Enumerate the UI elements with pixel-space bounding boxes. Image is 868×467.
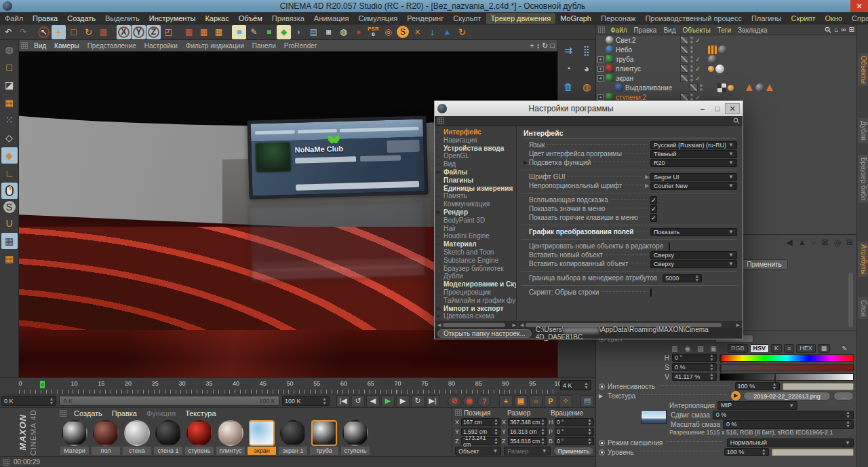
texture-mode-icon[interactable]: ◪ (1, 77, 18, 93)
settings-category[interactable]: –Единицы измерения (437, 185, 516, 193)
coord-mode-dropdown[interactable]: Объект▼ (455, 447, 501, 455)
form-dropdown[interactable]: Courier New▼ (650, 182, 737, 190)
menu-item[interactable]: Теги (714, 26, 734, 35)
camera-icon[interactable]: ◙ (321, 25, 336, 39)
panel-tab-Атрибуты[interactable]: Атрибуты (858, 242, 868, 277)
mode-▦[interactable]: ▦ (818, 344, 831, 353)
timeline-ruler[interactable]: 0510152025303540455055606570758085909510… (0, 377, 595, 394)
form-dropdown[interactable]: Показать▼ (650, 228, 737, 236)
close-button[interactable]: ✕ (850, 0, 868, 12)
object-name[interactable]: ступени.2 (616, 94, 678, 101)
material-item[interactable]: стена 1 (153, 420, 183, 455)
recycle-icon[interactable]: ↻ (455, 25, 469, 39)
range-start-input[interactable]: 0 K▲▼ (1, 396, 56, 406)
level-enable-toggle[interactable] (599, 449, 605, 455)
om-search-icon[interactable] (825, 26, 831, 33)
menu-item[interactable]: Файл (0, 13, 28, 24)
menu-item[interactable]: Закладка (734, 26, 770, 35)
expand-toggle[interactable]: + (597, 56, 604, 62)
autokey-button[interactable]: ◉ (462, 395, 476, 407)
drag-handle[interactable] (60, 410, 66, 417)
sphere-tag-icon[interactable] (718, 45, 727, 54)
image-icon[interactable]: ▣ (708, 344, 719, 353)
attr-addtab-icon[interactable]: ⊞ (846, 238, 853, 247)
intensity-input[interactable]: 100 %▲▼ (735, 382, 780, 390)
tri-tag-icon[interactable] (766, 83, 774, 92)
sphere-tag-icon[interactable] (708, 55, 717, 64)
record-button[interactable]: ⊘ (448, 395, 461, 407)
saturation-input[interactable]: 0 %▲▼ (672, 363, 717, 371)
weight-sphere-icon[interactable]: ◍ (578, 78, 595, 96)
menu-item[interactable]: Инструменты (144, 13, 201, 24)
record-rotation-toggle[interactable]: ○ (529, 395, 542, 407)
visibility-dots[interactable] (690, 94, 693, 100)
z-axis-lock-icon[interactable]: Z (146, 25, 161, 39)
workplane-mode-icon[interactable]: ▦ (1, 250, 18, 267)
render-picture-icon[interactable]: ▦ (197, 25, 211, 39)
visibility-dots[interactable] (690, 56, 693, 62)
visibility-dots[interactable] (690, 37, 693, 43)
object-row[interactable]: Небо (596, 45, 856, 54)
object-name[interactable]: Небо (616, 46, 678, 54)
blend-enable-toggle[interactable] (599, 440, 605, 446)
menu-item[interactable]: Правка (28, 13, 62, 24)
form-dropdown[interactable]: Сверху▼ (650, 251, 737, 259)
form-checkbox[interactable]: ✓ (650, 205, 657, 213)
drag-handle[interactable] (598, 26, 605, 33)
expand-toggle[interactable]: + (597, 94, 604, 100)
form-dropdown[interactable]: Сверху▼ (650, 260, 737, 268)
object-enable-toggle[interactable] (680, 64, 688, 73)
form-dropdown[interactable]: R20▼ (650, 159, 737, 167)
drag-handle[interactable] (455, 409, 462, 416)
dot-tag-icon[interactable] (708, 66, 714, 72)
drop-icon[interactable]: ↓ (425, 25, 439, 39)
object-name[interactable]: труба (616, 56, 678, 63)
points-convert-icon[interactable]: ⇉ (559, 41, 577, 59)
menu-item[interactable]: Текстура (180, 408, 220, 419)
sphere-tag-icon[interactable] (755, 83, 764, 92)
texture-file-button[interactable]: 2019-02-22_222613.png (743, 392, 831, 400)
menu-item[interactable]: Представление (83, 41, 140, 50)
hue-input[interactable]: 0 °▲▼ (672, 354, 717, 362)
coord-value-input[interactable]: 367.348 cm▲▼ (508, 418, 547, 426)
attr-scrollbar[interactable] (848, 273, 853, 327)
subdivision-icon[interactable]: ■ (262, 25, 276, 39)
material-item[interactable]: труба (309, 420, 339, 455)
texture-play-button[interactable]: ▶ (731, 391, 741, 400)
menu-item[interactable]: Анимация (309, 13, 354, 24)
settings-category[interactable]: –Hair (437, 225, 516, 233)
points-matrix-icon[interactable]: ⣿ (578, 41, 595, 59)
settings-category[interactable]: –Навигация (437, 136, 516, 145)
material-item[interactable]: ступень (340, 420, 370, 455)
attr-apply-button[interactable]: Применить (741, 259, 788, 269)
settings-category[interactable]: –Устройства ввода (437, 145, 516, 153)
prev-frame-button[interactable]: ◀ (366, 395, 380, 407)
object-row[interactable]: +экран✓ (596, 73, 856, 83)
form-dropdown[interactable]: Segoe UI▼ (650, 173, 737, 181)
checker-tag-icon[interactable] (717, 83, 726, 92)
settings-category[interactable]: ▶Рендер (437, 208, 516, 217)
mode-K[interactable]: K (771, 344, 782, 353)
settings-category[interactable]: –Моделирование и Скульпт (437, 280, 516, 288)
menu-item[interactable]: Правка (631, 26, 660, 35)
panel-tab-Объекты[interactable]: Объекты (858, 53, 868, 86)
menu-item[interactable]: Рендеринг (402, 13, 448, 24)
settings-category[interactable]: –Плагины (437, 176, 516, 185)
object-name[interactable]: Выдавливание (625, 84, 688, 92)
polygons-mode-icon[interactable]: ◆ (1, 147, 18, 164)
film-tag-icon[interactable] (708, 45, 717, 54)
coord-value-input[interactable]: 0 °▲▼ (555, 437, 594, 445)
attr-search-icon[interactable]: ⌕ (812, 238, 816, 247)
menu-item[interactable]: Вид (660, 26, 679, 35)
mode-HSV[interactable]: HSV (750, 344, 770, 353)
range-end-input[interactable]: 100 K▲▼ (282, 396, 330, 406)
globe-icon[interactable]: ◍ (1, 41, 18, 58)
menu-item[interactable]: Функция (142, 408, 180, 419)
settings-category[interactable]: –Коммуникация (437, 200, 516, 208)
play-backward-button[interactable]: ↺ (351, 395, 365, 407)
menu-item[interactable]: Файл (607, 26, 631, 35)
hue-bar[interactable] (719, 354, 854, 362)
menu-item[interactable]: Фильтр индикации (182, 41, 248, 50)
visibility-dots[interactable] (690, 46, 693, 53)
object-enable-toggle[interactable] (680, 36, 688, 44)
